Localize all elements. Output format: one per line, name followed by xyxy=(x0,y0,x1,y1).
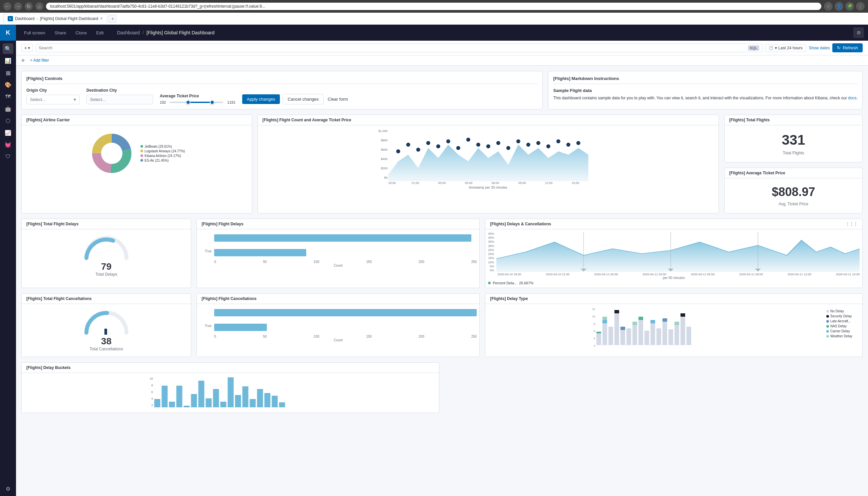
flight-cancellations-chart: True xyxy=(199,307,477,333)
sidebar-icon-dashboard[interactable]: ▦ xyxy=(3,67,13,78)
sidebar-icon-canvas[interactable]: 🎨 xyxy=(3,79,13,90)
sidebar-icon-ml[interactable]: 🤖 xyxy=(3,103,13,114)
search-type-icon: ≡ xyxy=(24,46,27,50)
tab-close-button[interactable]: ✕ xyxy=(100,17,103,20)
x-label-6: 09:00 xyxy=(518,181,526,185)
flight-cancellations-title-row: [Flights] Flight Cancellations xyxy=(197,294,479,304)
menu-button[interactable]: ⋮ xyxy=(856,2,865,11)
profile-button[interactable]: 👤 xyxy=(835,2,843,11)
left-sidebar: 🔍 📊 ▦ 🎨 🗺 🤖 ⬡ 📈 💓 🛡 ⚙ xyxy=(0,41,16,496)
add-filter-button[interactable]: + Add filter xyxy=(27,57,52,64)
origin-city-select[interactable]: Select... ▾ xyxy=(26,95,80,104)
range-thumb-right[interactable] xyxy=(210,100,214,105)
docs-link[interactable]: docs xyxy=(848,96,856,100)
range-thumb-left[interactable] xyxy=(186,100,191,105)
x-label-8: 15:00 xyxy=(571,181,579,185)
dc-x-2: 2020-04-10 21:00 xyxy=(546,273,569,276)
delays-cancellations-body: 45% 40% 35% 30% 25% 20% 15% 10% 5% 0% xyxy=(485,229,862,288)
dot-4 xyxy=(426,141,430,145)
new-tab-button[interactable]: + xyxy=(108,15,116,23)
extensions-button[interactable]: 🧩 xyxy=(845,2,854,11)
origin-city-arrow: ▾ xyxy=(74,97,76,102)
dot-17 xyxy=(556,139,560,143)
nav-fullscreen[interactable]: Full screen xyxy=(20,28,49,38)
dc-x-7: 2020-04-11 12:00 xyxy=(788,273,811,276)
show-dates-link[interactable]: Show dates xyxy=(809,46,830,50)
nav-edit[interactable]: Edit xyxy=(92,28,107,38)
delays-cancellations-panel: [Flights] Delays & Cancellations ⋮⋮⋮ 45%… xyxy=(485,219,863,288)
time-selector[interactable]: 🕐 ▾ Last 24 hours xyxy=(765,44,806,52)
destination-city-group: Destination City Select... xyxy=(86,88,153,104)
settings-button[interactable]: ⚙ xyxy=(853,27,864,38)
back-button[interactable]: ← xyxy=(3,2,11,10)
clear-button[interactable]: Clear form xyxy=(326,94,349,104)
reload-button[interactable]: ↻ xyxy=(25,2,33,10)
fc-x-50: 50 xyxy=(263,335,267,338)
dot-12 xyxy=(506,146,510,150)
search-type-button[interactable]: ≡ ▾ xyxy=(21,44,33,52)
refresh-label: Refresh xyxy=(843,45,858,50)
dt-bar12-late xyxy=(662,318,667,322)
nav-links: Full screen Share Clone Edit xyxy=(16,25,112,41)
flight-delays-bar-true xyxy=(214,249,306,256)
sidebar-icon-uptime[interactable]: 💓 xyxy=(3,139,13,150)
x-label-5: 06:00 xyxy=(491,181,499,185)
legend-label-nas: NAS Delay xyxy=(830,324,847,328)
fc-bar-true xyxy=(214,324,267,331)
title-separator: / xyxy=(143,30,144,35)
tab-title: Dashboard xyxy=(15,16,35,21)
url-bar[interactable]: localhost:5601/app/kibana#/dashboard/7ad… xyxy=(46,3,821,10)
home-button[interactable]: ⌂ xyxy=(35,2,43,10)
legend-dot-logstash xyxy=(140,150,143,152)
flight-count-chart: 18:00 21:00 00:00 03:00 06:00 09:00 12:0… xyxy=(260,128,716,185)
refresh-button[interactable]: ↻ Refresh xyxy=(832,43,863,52)
flight-delays-title-row: [Flights] Flight Delays xyxy=(197,219,479,229)
db-y-8: 8 xyxy=(151,384,153,387)
search-input[interactable] xyxy=(39,45,745,50)
panel-options-icon[interactable]: ⋮⋮⋮ xyxy=(845,222,858,226)
sidebar-icon-visualize[interactable]: 📊 xyxy=(3,55,13,66)
dc-legend: Percent Dela... 26.667% xyxy=(488,281,860,285)
active-tab[interactable]: K Dashboard - [Flights] Global Flight Da… xyxy=(3,14,107,24)
dc-x-6: 2020-04-11 09:00 xyxy=(739,273,763,276)
dot-19 xyxy=(576,141,580,145)
sidebar-icon-management[interactable]: ⚙ xyxy=(3,483,13,494)
refresh-icon: ↻ xyxy=(837,45,841,50)
db-bar-16 xyxy=(265,393,271,407)
controls-row: [Flights] Controls Origin City Select...… xyxy=(21,71,863,109)
legend-carrier-delay: Carrier Delay xyxy=(826,329,860,333)
tab-bar: K Dashboard - [Flights] Global Flight Da… xyxy=(0,13,868,25)
range-slider[interactable]: 192 1191 xyxy=(160,100,236,104)
legend-jetbeats: JetBeats (29.61%) xyxy=(140,145,185,148)
dc-x-labels: 2020-04-10 18:00 2020-04-10 21:00 2020-0… xyxy=(488,273,860,276)
nav-share[interactable]: Share xyxy=(51,28,70,38)
dot-13 xyxy=(516,139,520,143)
cancel-button[interactable]: Cancel changes xyxy=(283,94,324,104)
db-bar-15 xyxy=(257,389,263,407)
bookmark-button[interactable]: ☆ xyxy=(824,2,833,11)
search-input-wrap[interactable]: KQL xyxy=(36,44,762,52)
sidebar-icon-apm[interactable]: 📈 xyxy=(3,127,13,138)
sidebar-icon-maps[interactable]: 🗺 xyxy=(3,91,13,102)
dt-y-2: 2 xyxy=(594,344,596,347)
dt-bar13-nodelay xyxy=(669,329,673,345)
total-delays-body: 79 Total Delays xyxy=(22,229,191,282)
sidebar-icon-graph[interactable]: ⬡ xyxy=(3,115,13,126)
delay-type-chart: 12 10 8 6 4 2 xyxy=(488,307,824,351)
forward-button[interactable]: → xyxy=(14,2,22,10)
apply-button[interactable]: Apply changes xyxy=(242,94,280,104)
sidebar-icon-siem[interactable]: 🛡 xyxy=(3,151,13,162)
total-cancellations-value: 38 xyxy=(101,336,111,347)
flight-delays-bars xyxy=(214,232,477,259)
dot-15 xyxy=(536,141,540,145)
fc-x-150: 150 xyxy=(366,335,372,338)
total-cancellations-title-row: [Flights] Total Flight Cancellations xyxy=(22,294,191,304)
destination-city-select[interactable]: Select... xyxy=(86,95,153,104)
avg-ticket-panel: [Flights] Average Ticket Price $808.97 A… xyxy=(724,168,863,213)
sidebar-icon-discover[interactable]: 🔍 xyxy=(3,43,13,54)
tab-title-sep: - xyxy=(37,16,38,21)
nav-clone[interactable]: Clone xyxy=(71,28,91,38)
legend-label-late-aircraft: Late Aircraft... xyxy=(830,319,851,323)
y-label-6: $0 xyxy=(384,176,387,179)
db-bar-9 xyxy=(213,389,219,407)
